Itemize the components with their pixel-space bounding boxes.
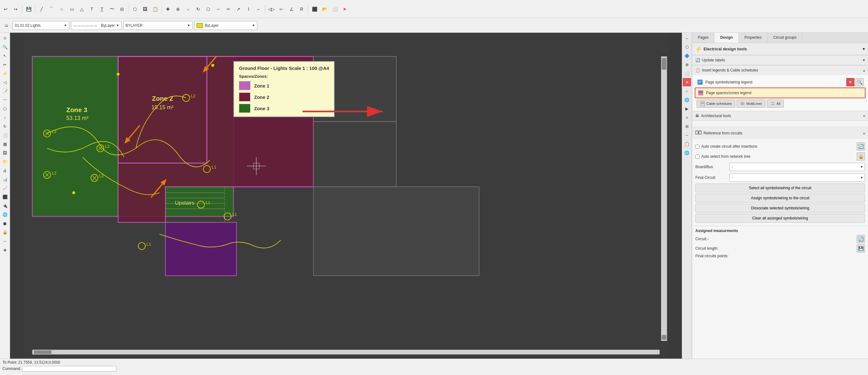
linetype-select[interactable]: —————— ByLayer ▼ <box>71 21 121 30</box>
annotation-tool[interactable]: 📝 <box>1 87 9 95</box>
canvas-area[interactable]: Zone 2 19.15 m² Zone 3 53.13 m² Upstairs… <box>10 33 682 358</box>
poly-tool[interactable]: △ <box>78 5 86 13</box>
command-input[interactable] <box>22 366 116 372</box>
arc-tool[interactable]: ⌒ <box>47 5 56 13</box>
spline-tool[interactable]: 〜 <box>107 5 116 13</box>
select-tool[interactable]: ↖ <box>1 52 9 60</box>
hatch-tool[interactable]: ⊟ <box>118 5 126 13</box>
layer-select[interactable]: 01.01.02.Lights ▼ <box>12 21 69 30</box>
image-left-tool[interactable]: 🖼 <box>1 149 9 157</box>
properties-tool[interactable]: ⬛ <box>310 5 319 13</box>
nav-tool-9[interactable]: ⊞ <box>683 122 691 131</box>
tab-circuit-groups[interactable]: Circuit groups <box>768 33 803 43</box>
save-button[interactable]: 💾 <box>24 5 33 13</box>
dark-square-tool[interactable]: ⬛ <box>1 193 9 201</box>
block-left-tool[interactable]: ⬜ <box>1 131 9 139</box>
network-tool[interactable]: 🌐 <box>1 210 9 219</box>
meas-refresh-btn[interactable]: 🔄 <box>857 235 865 243</box>
plot-tool[interactable]: 📈 <box>1 184 9 192</box>
architectural-header[interactable]: 🏛 Architectural tools ▾ <box>692 111 868 121</box>
line-tool[interactable]: ╱ <box>37 5 46 13</box>
dissociate-symbols-btn[interactable]: Dissociate selected symbols/wiring <box>695 204 865 212</box>
clear-assigned-btn[interactable]: Clear all assinged symbols/wiring <box>695 214 865 223</box>
nav-close-tool[interactable]: ✕ <box>683 78 691 86</box>
page-symbols-close[interactable]: ✕ <box>846 78 855 86</box>
mirror-tool[interactable]: ⬦ <box>184 5 192 13</box>
undo-button[interactable]: ↩ <box>1 5 10 13</box>
stretch-tool[interactable]: ↔ <box>214 5 223 13</box>
nav-tool-11[interactable]: 📋 <box>683 140 691 148</box>
stretch-left-tool[interactable]: ↔ <box>1 237 9 245</box>
auto-select-lock[interactable]: 🔒 <box>857 152 865 161</box>
tab-properties[interactable]: Properties <box>739 33 768 43</box>
select-all-symbols-btn[interactable]: Select all symbols/wiring of the circuit <box>695 183 865 192</box>
extend-tool[interactable]: ↗ <box>234 5 243 13</box>
dimension-tool[interactable]: ◁▷ <box>267 5 276 13</box>
rotate-tool[interactable]: ↻ <box>194 5 203 13</box>
electrical-tool[interactable]: ⚡ <box>1 69 9 78</box>
chart-tool[interactable]: 📊 <box>1 175 9 183</box>
nav-tool-2[interactable]: ⬡ <box>683 43 691 51</box>
cable-schedules-btn[interactable]: Cable schedules <box>696 99 735 108</box>
nav-flag-tool[interactable]: 🌐 <box>683 149 691 157</box>
multilines-btn[interactable]: MultiLines <box>737 99 766 108</box>
page-symbols-row[interactable]: Page symbols/wiring legend ✕ 🔍 <box>695 77 866 88</box>
reference-circuits-header[interactable]: Reference from circuits ▴ <box>692 127 868 139</box>
page-symbols-search[interactable]: 🔍 <box>856 78 864 86</box>
meas-lock-btn[interactable]: 💾 <box>857 244 865 253</box>
update-labels-header[interactable]: 🔄 Update labels ▾ <box>692 55 868 65</box>
auto-select-checkbox[interactable] <box>695 154 700 159</box>
circle-tool[interactable]: ○ <box>57 5 66 13</box>
page-spaces-row[interactable]: Page spaces/zones legend <box>695 88 866 98</box>
color-select[interactable]: ByLayer ▼ <box>194 21 257 30</box>
lock-tool[interactable]: 🔒 <box>1 228 9 236</box>
nav-tool-10[interactable]: ↔ <box>683 131 691 139</box>
insert-block[interactable]: ⬡ <box>130 5 139 13</box>
final-circuit-select[interactable]: - ▾ <box>729 173 865 182</box>
nav-tool-5[interactable]: ⬜ <box>683 69 691 78</box>
nav-tool-8[interactable]: × <box>683 113 691 121</box>
redo-button[interactable]: ↪ <box>11 5 20 13</box>
text-underline-tool[interactable]: T <box>97 5 106 13</box>
block-tool[interactable]: ⬜ <box>330 5 339 13</box>
insert-legends-header[interactable]: 📋 Insert legends & Cable schedules ▴ <box>692 65 868 75</box>
dimension-left-tool[interactable]: ◁ <box>1 78 9 86</box>
pan-tool[interactable]: ☩ <box>1 34 9 42</box>
nav-tool-3[interactable]: 🔷 <box>683 52 691 60</box>
diamond-tool[interactable]: ◈ <box>1 246 9 254</box>
fillet-tool[interactable]: ⌐ <box>254 5 263 13</box>
insert-ref[interactable]: 📋 <box>151 5 159 13</box>
align-dim-tool[interactable]: ⊢ <box>277 5 286 13</box>
radius-dim-tool[interactable]: R <box>297 5 306 13</box>
electrical-design-header[interactable]: ⚡ Electrical design tools ▾ <box>692 43 868 55</box>
move-tool[interactable]: ✚ <box>163 5 172 13</box>
fill-tool[interactable]: ▦ <box>1 140 9 148</box>
board-bus-select[interactable]: - ▾ <box>729 163 865 171</box>
zoom-tool[interactable]: 🔍 <box>1 43 9 51</box>
wire-tool[interactable]: 〰 <box>1 96 9 104</box>
assign-symbols-btn[interactable]: Assign symbols/wiring to the circuit <box>695 194 865 202</box>
symbol-tool[interactable]: ⬡ <box>1 105 9 113</box>
rotate-left-tool[interactable]: ↻ <box>1 122 9 131</box>
tab-design[interactable]: Design <box>715 33 739 43</box>
all-btn[interactable]: All <box>767 99 784 108</box>
folder-tool[interactable]: 📁 <box>1 157 9 166</box>
nav-tool-globe[interactable]: 🌐 <box>683 96 691 104</box>
edit-tool[interactable]: ✏ <box>1 60 9 69</box>
rect-tool[interactable]: ▭ <box>67 5 76 13</box>
fill2-tool[interactable]: ◼ <box>1 219 9 227</box>
nav-tool-7[interactable]: ▶ <box>683 105 691 113</box>
outlet-tool[interactable]: 🔌 <box>1 202 9 210</box>
text-tool[interactable]: T <box>87 5 96 13</box>
copy-tool[interactable]: ⊕ <box>174 5 182 13</box>
break-tool[interactable]: ⌇ <box>244 5 253 13</box>
purge-tool[interactable]: ✕ <box>340 5 349 13</box>
layer-tool[interactable]: 📂 <box>320 5 329 13</box>
lineweight-select[interactable]: BYLAYER ▼ <box>123 21 192 30</box>
trim-tool[interactable]: ✂ <box>224 5 233 13</box>
angular-dim-tool[interactable]: ∠ <box>287 5 296 13</box>
insert-image[interactable]: 🖼 <box>141 5 149 13</box>
auto-create-refresh[interactable]: 🔄 <box>857 142 865 150</box>
scale-tool[interactable]: ⬡ <box>204 5 213 13</box>
tab-pages[interactable]: Pages <box>692 33 715 43</box>
